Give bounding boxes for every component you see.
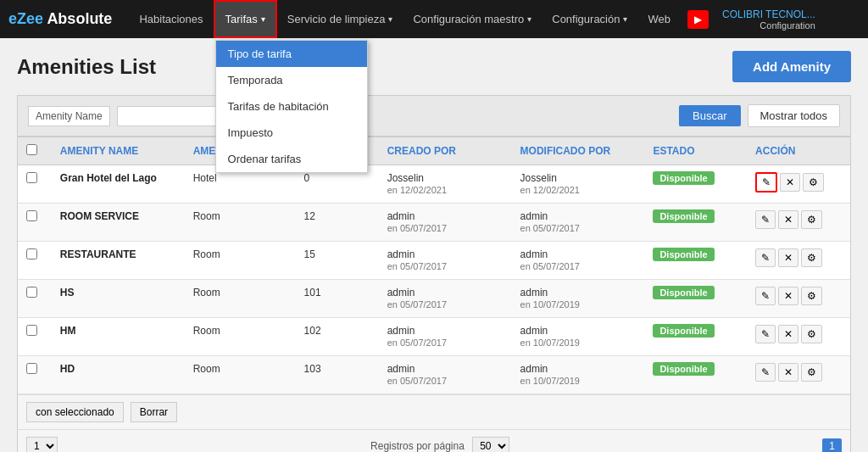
row-amenity-name: RESTAURANTE	[52, 242, 185, 280]
creado-fecha: en 05/07/2017	[387, 338, 447, 348]
amenity-name-input[interactable]	[117, 106, 219, 126]
row-amenity-type: Room	[185, 280, 296, 318]
modificado-por-name: Josselin	[520, 172, 557, 184]
edit-button[interactable]: ✎	[755, 210, 776, 229]
th-modificado-por: MODIFICADO POR	[512, 137, 645, 165]
row-amenity-name: ROOM SERVICE	[52, 204, 185, 242]
table-row: HD Room 103 admin en 05/07/2017 admin en…	[18, 356, 850, 394]
delete-button[interactable]: ✕	[778, 248, 798, 267]
delete-button[interactable]: ✕	[778, 210, 798, 229]
creado-por-name: Josselin	[387, 172, 424, 184]
row-check-cell	[18, 204, 52, 242]
table-row: RESTAURANTE Room 15 admin en 05/07/2017 …	[18, 242, 850, 280]
user-role: Configuration	[722, 20, 815, 31]
modificado-fecha: en 10/07/2019	[520, 299, 580, 310]
action-buttons: ✎ ✕ ⚙	[755, 325, 842, 343]
per-page-select[interactable]: 50	[472, 437, 509, 452]
row-estado: Disponible	[644, 280, 747, 318]
modificado-fecha: en 05/07/2017	[520, 223, 580, 233]
row-sort-key: 102	[296, 318, 379, 356]
settings-button[interactable]: ⚙	[801, 210, 822, 229]
delete-button[interactable]: ✕	[778, 325, 798, 343]
row-estado: Disponible	[644, 165, 747, 204]
th-creado-por: CREADO POR	[379, 137, 512, 165]
row-amenity-name: HS	[52, 280, 185, 318]
pagination-info: Registros por página 50	[66, 437, 814, 452]
dropdown-item-temporada[interactable]: Temporada	[216, 67, 367, 93]
row-checkbox-5[interactable]	[26, 363, 37, 374]
chevron-down-icon: ▾	[527, 14, 531, 24]
action-buttons: ✎ ✕ ⚙	[755, 248, 842, 267]
action-buttons: ✎ ✕ ⚙	[755, 210, 842, 229]
row-creado: admin en 05/07/2017	[379, 318, 512, 356]
con-seleccionado-button[interactable]: con seleccionado	[26, 402, 124, 422]
nav-item-configuracion[interactable]: Configuración ▾	[542, 0, 637, 38]
row-checkbox-3[interactable]	[26, 287, 37, 298]
nav-item-tarifas[interactable]: Tarifas ▾ Tipo de tarifa Temporada Tarif…	[214, 0, 277, 38]
page-number-select[interactable]: 1	[26, 437, 58, 452]
pagination-bar: 1 Registros por página 50 1	[18, 429, 850, 452]
row-sort-key: 15	[296, 242, 379, 280]
settings-button[interactable]: ⚙	[801, 363, 822, 382]
row-amenity-type: Room	[185, 204, 296, 242]
status-badge: Disponible	[653, 209, 714, 223]
row-checkbox-0[interactable]	[26, 172, 37, 183]
current-page-number[interactable]: 1	[822, 438, 842, 452]
table-header-row: AMENITY NAME AMENITY TYPE SORT KEY CREAD…	[18, 137, 850, 165]
select-all-checkbox[interactable]	[26, 144, 37, 155]
modificado-por-name: admin	[520, 363, 548, 375]
edit-button[interactable]: ✎	[755, 325, 776, 343]
nav-item-servicio[interactable]: Servicio de limpieza ▾	[277, 0, 403, 38]
nav-item-habitaciones[interactable]: Habitaciones	[129, 0, 213, 38]
table-body: Gran Hotel del Lago Hotel 0 Josselin en …	[18, 165, 850, 394]
action-buttons: ✎ ✕ ⚙	[755, 287, 842, 305]
edit-button[interactable]: ✎	[755, 287, 776, 305]
page-title: Amenities List	[17, 55, 156, 79]
amenity-name-label: Amenity Name	[28, 106, 110, 126]
row-estado: Disponible	[644, 356, 747, 394]
dropdown-item-tarifas-habitacion[interactable]: Tarifas de habitación	[216, 93, 367, 120]
mostrar-todos-button[interactable]: Mostrar todos	[748, 104, 840, 127]
youtube-icon[interactable]: ▶	[687, 10, 709, 29]
row-sort-key: 12	[296, 204, 379, 242]
modificado-por-name: admin	[520, 210, 548, 222]
row-amenity-name: HM	[52, 318, 185, 356]
th-check	[18, 137, 52, 165]
row-accion: ✎ ✕ ⚙	[747, 204, 850, 242]
edit-button[interactable]: ✎	[755, 363, 776, 382]
edit-button[interactable]: ✎	[755, 172, 777, 193]
row-check-cell	[18, 242, 52, 280]
row-checkbox-1[interactable]	[26, 210, 37, 221]
delete-button[interactable]: ✕	[778, 287, 798, 305]
creado-fecha: en 05/07/2017	[387, 376, 447, 386]
dropdown-item-impuesto[interactable]: Impuesto	[216, 120, 367, 146]
tarifas-dropdown: Tipo de tarifa Temporada Tarifas de habi…	[215, 40, 368, 173]
nav-item-config-maestro[interactable]: Configuración maestro ▾	[403, 0, 542, 38]
modificado-por-name: admin	[520, 287, 548, 299]
row-estado: Disponible	[644, 242, 747, 280]
settings-button[interactable]: ⚙	[803, 173, 824, 192]
row-creado: admin en 05/07/2017	[379, 204, 512, 242]
row-sort-key: 101	[296, 280, 379, 318]
row-accion: ✎ ✕ ⚙	[747, 356, 850, 394]
row-modificado: Josselin en 12/02/2021	[512, 165, 645, 204]
buscar-button[interactable]: Buscar	[679, 105, 740, 126]
row-amenity-name: Gran Hotel del Lago	[52, 165, 185, 204]
settings-button[interactable]: ⚙	[801, 325, 822, 343]
dropdown-item-tipo-tarifa[interactable]: Tipo de tarifa	[216, 41, 367, 67]
add-amenity-button[interactable]: Add Amenity	[732, 51, 851, 82]
row-check-cell	[18, 318, 52, 356]
page-header: Amenities List Add Amenity	[17, 51, 851, 82]
dropdown-item-ordenar-tarifas[interactable]: Ordenar tarifas	[216, 146, 367, 172]
settings-button[interactable]: ⚙	[801, 287, 822, 305]
amenities-table: AMENITY NAME AMENITY TYPE SORT KEY CREAD…	[18, 137, 850, 394]
delete-button[interactable]: ✕	[780, 173, 800, 192]
nav-item-web[interactable]: Web	[637, 0, 681, 38]
settings-button[interactable]: ⚙	[801, 248, 822, 267]
borrar-button[interactable]: Borrar	[131, 402, 177, 422]
edit-button[interactable]: ✎	[755, 248, 776, 267]
row-checkbox-2[interactable]	[26, 248, 37, 259]
delete-button[interactable]: ✕	[778, 363, 798, 382]
row-amenity-type: Room	[185, 318, 296, 356]
row-checkbox-4[interactable]	[26, 325, 37, 336]
